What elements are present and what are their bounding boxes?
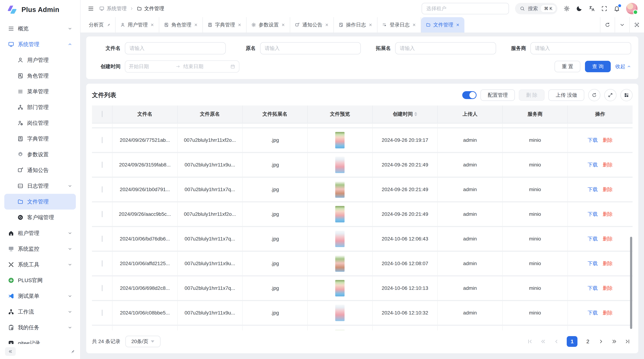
notifications-icon[interactable] bbox=[614, 5, 620, 12]
table-refresh-button[interactable] bbox=[588, 89, 600, 101]
column-settings-button[interactable] bbox=[620, 89, 632, 101]
sidebar-item-gitee记录[interactable]: gitee记录 bbox=[4, 336, 76, 344]
download-link[interactable]: 下载 bbox=[588, 261, 598, 266]
filter-input-原名[interactable] bbox=[260, 42, 361, 54]
sidebar-item-系统管理[interactable]: 系统管理 bbox=[4, 36, 76, 52]
close-icon[interactable] bbox=[150, 23, 154, 27]
file-preview-thumbnail[interactable] bbox=[335, 305, 344, 321]
download-link[interactable]: 下载 bbox=[588, 187, 598, 192]
close-icon[interactable] bbox=[281, 23, 285, 27]
sidebar-item-我的任务[interactable]: 我的任务 bbox=[4, 320, 76, 336]
sidebar-item-系统工具[interactable]: 系统工具 bbox=[4, 257, 76, 273]
sidebar-item-测试菜单[interactable]: 测试菜单 bbox=[4, 288, 76, 304]
sidebar-item-租户管理[interactable]: 租户管理 bbox=[4, 225, 76, 241]
column-header-操作[interactable]: 操作 bbox=[568, 105, 633, 123]
remove-link[interactable]: 删除 bbox=[603, 310, 613, 316]
row-checkbox[interactable] bbox=[102, 236, 102, 242]
row-checkbox[interactable] bbox=[102, 137, 102, 143]
column-header-上传人[interactable]: 上传人 bbox=[438, 105, 503, 123]
sidebar-item-参数设置[interactable]: 参数设置 bbox=[4, 147, 76, 162]
sidebar-item-通知公告[interactable]: 通知公告 bbox=[4, 162, 76, 178]
jump-forward-button[interactable] bbox=[612, 339, 617, 344]
column-header-文件名[interactable]: 文件名 bbox=[112, 105, 178, 123]
file-preview-thumbnail[interactable] bbox=[335, 255, 344, 272]
tab-文件管理[interactable]: 文件管理 bbox=[421, 17, 464, 32]
row-checkbox[interactable] bbox=[102, 211, 102, 217]
sidebar-item-部门管理[interactable]: 部门管理 bbox=[4, 99, 76, 115]
last-page-button[interactable] bbox=[625, 339, 630, 344]
language-icon[interactable] bbox=[588, 5, 595, 12]
tabs-menu-button[interactable] bbox=[615, 17, 629, 32]
global-search[interactable]: 搜索 ⌘ K bbox=[515, 3, 558, 14]
user-avatar[interactable] bbox=[626, 3, 638, 14]
tenant-select[interactable] bbox=[422, 3, 509, 14]
remove-link[interactable]: 删除 bbox=[603, 162, 613, 168]
tabs-fullscreen-button[interactable] bbox=[629, 17, 644, 32]
column-header-创建时间[interactable]: 创建时间 bbox=[372, 105, 438, 123]
prev-page-button[interactable] bbox=[554, 339, 559, 344]
select-all-checkbox[interactable] bbox=[102, 111, 102, 117]
collapse-filter-link[interactable]: 收起 bbox=[616, 63, 631, 70]
menu-toggle-icon[interactable] bbox=[88, 5, 94, 12]
sidebar-item-文件管理[interactable]: 文件管理 bbox=[4, 194, 76, 210]
file-preview-thumbnail[interactable] bbox=[335, 329, 344, 330]
sidebar-item-字典管理[interactable]: 字典管理 bbox=[4, 131, 76, 147]
column-header-文件原名[interactable]: 文件原名 bbox=[178, 105, 242, 123]
tabs-refresh-button[interactable] bbox=[600, 17, 615, 32]
page-number-1[interactable]: 1 bbox=[567, 336, 578, 347]
filter-input-拓展名[interactable] bbox=[395, 42, 496, 54]
filter-input-服务商[interactable] bbox=[530, 42, 631, 54]
close-icon[interactable] bbox=[368, 23, 372, 27]
column-header-文件预览[interactable]: 文件预览 bbox=[308, 105, 373, 123]
sidebar-item-菜单管理[interactable]: 菜单管理 bbox=[4, 84, 76, 99]
remove-link[interactable]: 删除 bbox=[603, 137, 613, 143]
column-header-文件拓展名[interactable]: 文件拓展名 bbox=[242, 105, 308, 123]
jump-back-button[interactable] bbox=[540, 339, 546, 344]
download-link[interactable]: 下载 bbox=[588, 162, 598, 168]
close-icon[interactable] bbox=[412, 23, 416, 27]
download-link[interactable]: 下载 bbox=[588, 236, 598, 242]
sidebar-item-角色管理[interactable]: 角色管理 bbox=[4, 68, 76, 84]
breadcrumb-item-files[interactable]: 文件管理 bbox=[137, 5, 164, 12]
remove-link[interactable]: 删除 bbox=[603, 261, 613, 266]
remove-link[interactable]: 删除 bbox=[603, 211, 613, 217]
file-preview-thumbnail[interactable] bbox=[335, 280, 344, 297]
sidebar-item-日志管理[interactable]: DEV日志管理 bbox=[4, 178, 76, 194]
sidebar-item-用户管理[interactable]: 用户管理 bbox=[4, 52, 76, 68]
sidebar-collapse-button[interactable] bbox=[5, 347, 16, 356]
row-checkbox[interactable] bbox=[102, 186, 102, 193]
first-page-button[interactable] bbox=[527, 339, 533, 344]
download-link[interactable]: 下载 bbox=[588, 310, 598, 316]
page-number-2[interactable]: 2 bbox=[585, 339, 591, 345]
file-preview-thumbnail[interactable] bbox=[335, 181, 344, 198]
sidebar-item-PLUS官网[interactable]: PLUS官网 bbox=[4, 273, 76, 288]
query-button[interactable]: 查 询 bbox=[585, 61, 611, 72]
download-link[interactable]: 下载 bbox=[588, 137, 598, 143]
sidebar-item-岗位管理[interactable]: 岗位管理 bbox=[4, 115, 76, 131]
sidebar-item-工作流[interactable]: 工作流 bbox=[4, 304, 76, 320]
tab-用户管理[interactable]: 用户管理 bbox=[116, 17, 159, 32]
remove-link[interactable]: 删除 bbox=[603, 236, 613, 242]
table-fullscreen-button[interactable] bbox=[604, 89, 616, 101]
breadcrumb-item-system[interactable]: 系统管理 bbox=[99, 5, 127, 12]
row-checkbox[interactable] bbox=[102, 162, 102, 168]
reset-button[interactable]: 重 置 bbox=[554, 61, 580, 72]
file-preview-thumbnail[interactable] bbox=[335, 231, 344, 247]
sidebar-item-概览[interactable]: 概览 bbox=[4, 21, 76, 36]
config-manage-button[interactable]: 配置管理 bbox=[480, 89, 515, 101]
close-icon[interactable] bbox=[456, 23, 460, 27]
search-toggle-switch[interactable] bbox=[462, 91, 476, 99]
tab-操作日志[interactable]: 操作日志 bbox=[334, 17, 378, 32]
close-icon[interactable] bbox=[194, 23, 198, 27]
sidebar-pin-icon[interactable] bbox=[70, 349, 75, 354]
file-preview-thumbnail[interactable] bbox=[335, 132, 344, 148]
file-preview-thumbnail[interactable] bbox=[335, 206, 344, 222]
download-link[interactable]: 下载 bbox=[588, 285, 598, 291]
download-link[interactable]: 下载 bbox=[588, 211, 598, 217]
tab-角色管理[interactable]: 角色管理 bbox=[159, 17, 203, 32]
tab-登录日志[interactable]: 登录日志 bbox=[378, 17, 421, 32]
fullscreen-icon[interactable] bbox=[601, 5, 608, 12]
remove-link[interactable]: 删除 bbox=[603, 285, 613, 291]
file-preview-thumbnail[interactable] bbox=[335, 157, 344, 173]
tab-参数设置[interactable]: 参数设置 bbox=[246, 17, 290, 32]
